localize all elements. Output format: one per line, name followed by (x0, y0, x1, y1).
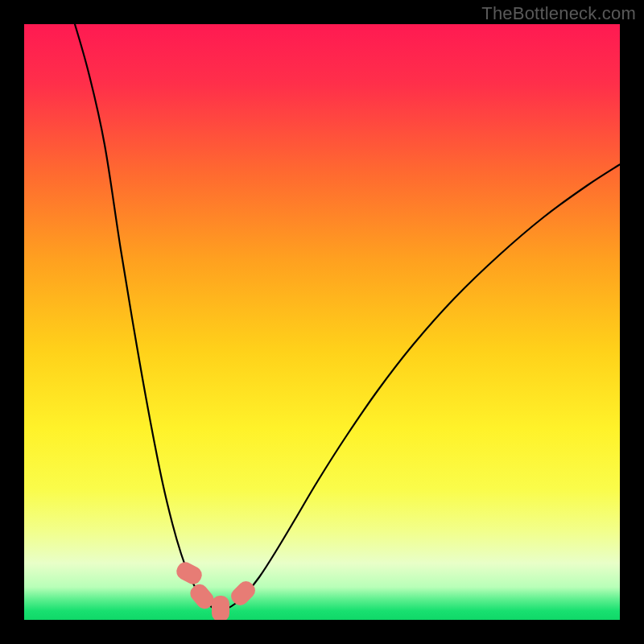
curve-marker (212, 596, 229, 620)
watermark-text: TheBottleneck.com (481, 3, 636, 24)
gradient-background (24, 24, 620, 620)
chart-frame: TheBottleneck.com (0, 0, 644, 644)
bottleneck-chart (24, 24, 620, 620)
